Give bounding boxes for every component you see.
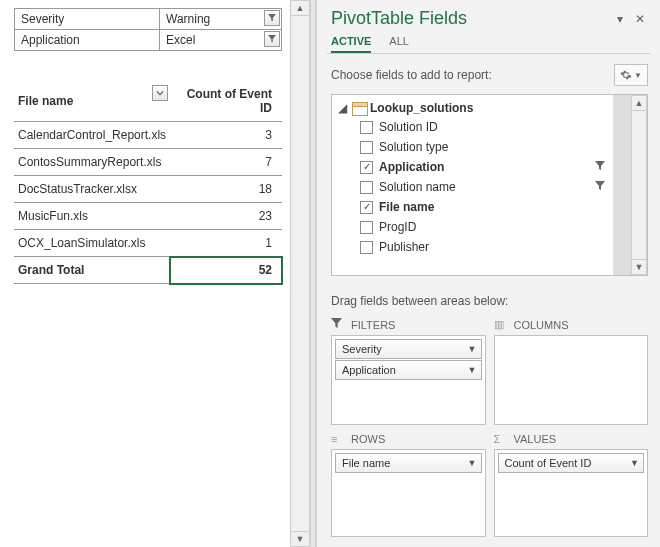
pivot-row-value[interactable]: 7 bbox=[170, 149, 282, 176]
chevron-down-icon[interactable]: ▼ bbox=[468, 344, 477, 354]
field-label: File name bbox=[379, 200, 434, 214]
field-item[interactable]: File name bbox=[332, 197, 613, 217]
pivot-row: MusicFun.xls23 bbox=[14, 203, 282, 230]
scroll-up-button[interactable]: ▲ bbox=[631, 95, 647, 111]
sigma-icon: Σ bbox=[494, 433, 508, 445]
values-area-label: VALUES bbox=[514, 433, 557, 445]
worksheet-scrollbar[interactable]: ▲ ▼ bbox=[290, 0, 310, 547]
field-list-content: ◢ Lookup_solutions Solution IDSolution t… bbox=[332, 95, 613, 275]
filter-severity-dropdown[interactable] bbox=[264, 10, 280, 26]
rows-area-label: ROWS bbox=[351, 433, 385, 445]
field-checkbox[interactable] bbox=[360, 221, 373, 234]
grand-total-value[interactable]: 52 bbox=[170, 257, 282, 284]
field-checkbox[interactable] bbox=[360, 181, 373, 194]
pill-label: Application bbox=[342, 364, 396, 376]
filters-well[interactable]: Severity▼Application▼ bbox=[331, 335, 486, 425]
pivot-row-label[interactable]: DocStatusTracker.xlsx bbox=[14, 176, 170, 203]
columns-area: ▥ COLUMNS bbox=[494, 316, 649, 425]
pivot-row-value[interactable]: 18 bbox=[170, 176, 282, 203]
values-pill[interactable]: Count of Event ID▼ bbox=[498, 453, 645, 473]
worksheet-area: Severity Warning Application Excel File … bbox=[0, 0, 290, 547]
pivot-row-label[interactable]: ContosSummaryReport.xls bbox=[14, 149, 170, 176]
pill-label: File name bbox=[342, 457, 390, 469]
pane-tabs: ACTIVE ALL bbox=[317, 29, 660, 53]
pivot-row: OCX_LoanSimulator.xls1 bbox=[14, 230, 282, 257]
pivot-row-label[interactable]: CalendarControl_Report.xls bbox=[14, 122, 170, 149]
scroll-down-button[interactable]: ▼ bbox=[631, 259, 647, 275]
filter-severity-value: Warning bbox=[166, 12, 210, 26]
filters-pill[interactable]: Application▼ bbox=[335, 360, 482, 380]
filters-pill[interactable]: Severity▼ bbox=[335, 339, 482, 359]
field-checkbox[interactable] bbox=[360, 241, 373, 254]
field-table-name: Lookup_solutions bbox=[370, 101, 473, 115]
field-item[interactable]: Solution type bbox=[332, 137, 613, 157]
rows-well[interactable]: File name▼ bbox=[331, 449, 486, 538]
drag-areas-label: Drag fields between areas below: bbox=[317, 286, 660, 316]
pill-label: Count of Event ID bbox=[505, 457, 592, 469]
field-item[interactable]: Publisher bbox=[332, 237, 613, 257]
tree-caret-icon[interactable]: ◢ bbox=[338, 101, 348, 115]
choose-fields-row: Choose fields to add to report: ▼ bbox=[317, 54, 660, 94]
pivot-row-value[interactable]: 3 bbox=[170, 122, 282, 149]
pane-title: PivotTable Fields bbox=[331, 8, 612, 29]
chevron-down-icon[interactable]: ▼ bbox=[630, 458, 639, 468]
tab-all[interactable]: ALL bbox=[389, 35, 409, 53]
scroll-up-button[interactable]: ▲ bbox=[290, 0, 310, 16]
funnel-icon bbox=[331, 318, 345, 331]
field-checkbox[interactable] bbox=[360, 201, 373, 214]
scroll-down-button[interactable]: ▼ bbox=[290, 531, 310, 547]
filter-severity-value-cell[interactable]: Warning bbox=[160, 9, 282, 30]
values-well[interactable]: Count of Event ID▼ bbox=[494, 449, 649, 538]
pivot-row-label[interactable]: MusicFun.xls bbox=[14, 203, 170, 230]
columns-well[interactable] bbox=[494, 335, 649, 425]
pane-options-button[interactable]: ▾ bbox=[612, 12, 628, 26]
pivot-row-label[interactable]: OCX_LoanSimulator.xls bbox=[14, 230, 170, 257]
chevron-down-icon[interactable]: ▼ bbox=[468, 458, 477, 468]
columns-icon: ▥ bbox=[494, 318, 508, 331]
funnel-icon bbox=[268, 35, 276, 43]
report-filter-table: Severity Warning Application Excel bbox=[14, 8, 282, 51]
table-icon bbox=[352, 102, 366, 114]
pivot-row-header[interactable]: File name bbox=[14, 81, 170, 122]
layout-options-button[interactable]: ▼ bbox=[614, 64, 648, 86]
pivot-row: ContosSummaryReport.xls7 bbox=[14, 149, 282, 176]
rows-area: ≡ ROWS File name▼ bbox=[331, 431, 486, 538]
filter-severity-label: Severity bbox=[15, 9, 160, 30]
chevron-down-icon bbox=[156, 89, 164, 97]
pivot-row-header-label: File name bbox=[18, 94, 73, 108]
field-checkbox[interactable] bbox=[360, 161, 373, 174]
filter-application-value-cell[interactable]: Excel bbox=[160, 30, 282, 51]
rows-pill[interactable]: File name▼ bbox=[335, 453, 482, 473]
pivottable-fields-pane: PivotTable Fields ▾ ✕ ACTIVE ALL Choose … bbox=[316, 0, 660, 547]
field-item[interactable]: ProgID bbox=[332, 217, 613, 237]
field-checkbox[interactable] bbox=[360, 121, 373, 134]
field-table-node[interactable]: ◢ Lookup_solutions bbox=[332, 99, 613, 117]
chevron-down-icon[interactable]: ▼ bbox=[468, 365, 477, 375]
pivot-row-value[interactable]: 1 bbox=[170, 230, 282, 257]
rows-icon: ≡ bbox=[331, 433, 345, 445]
drop-areas: FILTERS Severity▼Application▼ ▥ COLUMNS … bbox=[317, 316, 660, 547]
filter-application-label: Application bbox=[15, 30, 160, 51]
field-checkbox[interactable] bbox=[360, 141, 373, 154]
pivot-row-value[interactable]: 23 bbox=[170, 203, 282, 230]
pill-label: Severity bbox=[342, 343, 382, 355]
field-label: ProgID bbox=[379, 220, 416, 234]
filter-application-dropdown[interactable] bbox=[264, 31, 280, 47]
pivot-value-header: Count of Event ID bbox=[170, 81, 282, 122]
field-label: Publisher bbox=[379, 240, 429, 254]
field-item[interactable]: Application bbox=[332, 157, 613, 177]
funnel-icon bbox=[268, 14, 276, 22]
filters-area: FILTERS Severity▼Application▼ bbox=[331, 316, 486, 425]
pane-close-button[interactable]: ✕ bbox=[632, 12, 648, 26]
funnel-icon[interactable] bbox=[593, 160, 607, 174]
pivot-row-dropdown[interactable] bbox=[152, 85, 168, 101]
pivot-table: File name Count of Event ID CalendarCont… bbox=[14, 81, 282, 284]
field-list-scrollbar[interactable]: ▲ ▼ bbox=[630, 95, 647, 275]
funnel-icon[interactable] bbox=[593, 180, 607, 194]
field-item[interactable]: Solution ID bbox=[332, 117, 613, 137]
field-item[interactable]: Solution name bbox=[332, 177, 613, 197]
scroll-track[interactable] bbox=[290, 16, 310, 531]
scroll-track[interactable] bbox=[631, 111, 647, 259]
tab-active[interactable]: ACTIVE bbox=[331, 35, 371, 53]
grand-total-label: Grand Total bbox=[14, 257, 170, 284]
